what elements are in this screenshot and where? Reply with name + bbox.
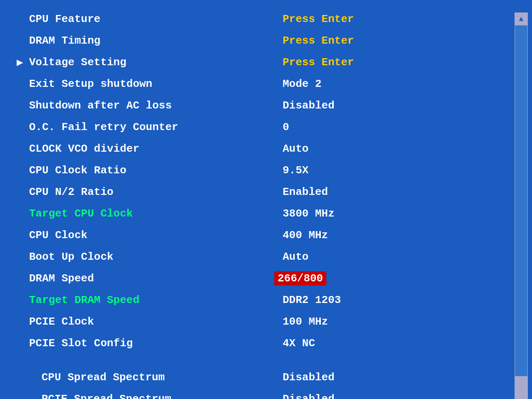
scrollbar-arrow-up[interactable]: ▲ (515, 13, 527, 25)
menu-item-cpu-n2-ratio[interactable]: CPU N/2 Ratio Enabled (17, 181, 506, 203)
item-label-target-dram-speed: Target DRAM Speed (29, 294, 274, 306)
item-value-cpu-clock-ratio: 9.5X (274, 164, 308, 177)
item-value-cpu-clock: 400 MHz (274, 229, 328, 241)
menu-item-target-cpu-clock[interactable]: Target CPU Clock 3800 MHz (17, 203, 506, 224)
no-arrow-oc (17, 121, 25, 133)
menu-item-exit-setup[interactable]: Exit Setup shutdown Mode 2 (17, 73, 506, 95)
item-label-pcie-slot-config: PCIE Slot Config (29, 337, 274, 350)
menu-item-pcie-slot-config[interactable]: PCIE Slot Config 4X NC (17, 332, 506, 354)
item-label-shutdown-ac: Shutdown after AC loss (29, 99, 274, 112)
item-value-shutdown-ac: Disabled (274, 99, 335, 112)
menu-item-dram-speed[interactable]: DRAM Speed 266/800 (17, 268, 506, 289)
item-value-target-cpu-clock: 3800 MHz (274, 207, 335, 220)
menu-item-dram-timing[interactable]: DRAM Timing Press Enter (17, 30, 506, 52)
menu-item-boot-up-clock[interactable]: Boot Up Clock Auto (17, 246, 506, 268)
item-value-dram-speed: 266/800 (274, 271, 326, 286)
item-label-boot-up-clock: Boot Up Clock (29, 251, 274, 263)
spacer-row (17, 354, 506, 367)
menu-item-cpu-clock[interactable]: CPU Clock 400 MHz (17, 224, 506, 246)
item-label-cpu-feature: CPU Feature (29, 13, 274, 25)
item-label-target-cpu-clock: Target CPU Clock (29, 207, 274, 220)
no-arrow-shutdown (17, 99, 25, 112)
arrow-icon-voltage: ▶ (17, 56, 25, 69)
item-value-pcie-clock: 100 MHz (274, 315, 328, 328)
item-value-exit-setup: Mode 2 (274, 78, 322, 90)
item-label-pcie-spread: PCIE Spread Spectrum (42, 393, 274, 399)
item-label-dram-timing: DRAM Timing (29, 34, 274, 47)
item-value-dram-timing: Press Enter (274, 34, 354, 47)
no-arrow-boot (17, 251, 25, 263)
no-arrow-exit (17, 78, 25, 90)
item-label-exit-setup: Exit Setup shutdown (29, 78, 274, 90)
no-arrow-pcie-slot (17, 337, 25, 350)
scrollbar-thumb[interactable] (515, 376, 527, 397)
item-value-pcie-spread: Disabled (274, 393, 335, 399)
menu-item-target-dram-speed[interactable]: Target DRAM Speed DDR2 1203 (17, 289, 506, 311)
scrollbar[interactable]: ▲ ▼ (515, 12, 528, 399)
main-content: CPU Feature Press Enter DRAM Timing Pres… (0, 0, 532, 399)
no-arrow-dram (17, 34, 25, 47)
no-arrow-cpu-ratio (17, 164, 25, 177)
no-arrow-target-dram (17, 294, 25, 306)
no-arrow-vco (17, 143, 25, 155)
menu-item-pcie-clock[interactable]: PCIE Clock 100 MHz (17, 311, 506, 332)
item-label-pcie-clock: PCIE Clock (29, 315, 274, 328)
item-label-cpu-spread: CPU Spread Spectrum (42, 371, 274, 384)
scrollbar-arrow-down[interactable]: ▼ (515, 397, 527, 399)
item-label-clock-vco: CLOCK VCO divider (29, 143, 274, 155)
menu-item-oc-fail[interactable]: O.C. Fail retry Counter 0 (17, 116, 506, 138)
no-arrow-cpu-clock (17, 229, 25, 241)
item-label-dram-speed: DRAM Speed (29, 272, 274, 285)
item-value-target-dram-speed: DDR2 1203 (274, 294, 341, 306)
item-label-cpu-clock-ratio: CPU Clock Ratio (29, 164, 274, 177)
item-value-cpu-feature: Press Enter (274, 13, 354, 25)
item-label-oc-fail: O.C. Fail retry Counter (29, 121, 274, 133)
menu-item-clock-vco[interactable]: CLOCK VCO divider Auto (17, 138, 506, 160)
no-arrow-pcie-clock (17, 315, 25, 328)
item-value-boot-up-clock: Auto (274, 251, 308, 263)
no-arrow-n2 (17, 186, 25, 198)
item-value-pcie-slot-config: 4X NC (274, 337, 315, 350)
no-arrow-dram-speed (17, 272, 25, 285)
menu-item-cpu-feature[interactable]: CPU Feature Press Enter (17, 8, 506, 30)
bios-screen: CPU Feature Press Enter DRAM Timing Pres… (0, 0, 532, 399)
item-value-cpu-n2-ratio: Enabled (274, 186, 328, 198)
menu-item-voltage-setting[interactable]: ▶ Voltage Setting Press Enter (17, 52, 506, 73)
item-value-cpu-spread: Disabled (274, 371, 335, 384)
no-arrow-pcie-spread (29, 393, 37, 399)
no-arrow-cpu-spread (29, 371, 37, 384)
item-label-cpu-clock: CPU Clock (29, 229, 274, 241)
no-arrow-target-cpu (17, 207, 25, 220)
menu-item-shutdown-ac[interactable]: Shutdown after AC loss Disabled (17, 95, 506, 116)
menu-item-pcie-spread[interactable]: PCIE Spread Spectrum Disabled (17, 388, 506, 399)
item-label-voltage-setting: Voltage Setting (29, 56, 274, 69)
menu-item-cpu-clock-ratio[interactable]: CPU Clock Ratio 9.5X (17, 160, 506, 181)
item-label-cpu-n2-ratio: CPU N/2 Ratio (29, 186, 274, 198)
item-value-clock-vco: Auto (274, 143, 308, 155)
menu-item-cpu-spread[interactable]: CPU Spread Spectrum Disabled (17, 367, 506, 388)
menu-list: CPU Feature Press Enter DRAM Timing Pres… (0, 8, 515, 399)
item-value-voltage-setting: Press Enter (274, 56, 354, 69)
item-value-oc-fail: 0 (274, 121, 289, 133)
no-arrow (17, 13, 25, 25)
